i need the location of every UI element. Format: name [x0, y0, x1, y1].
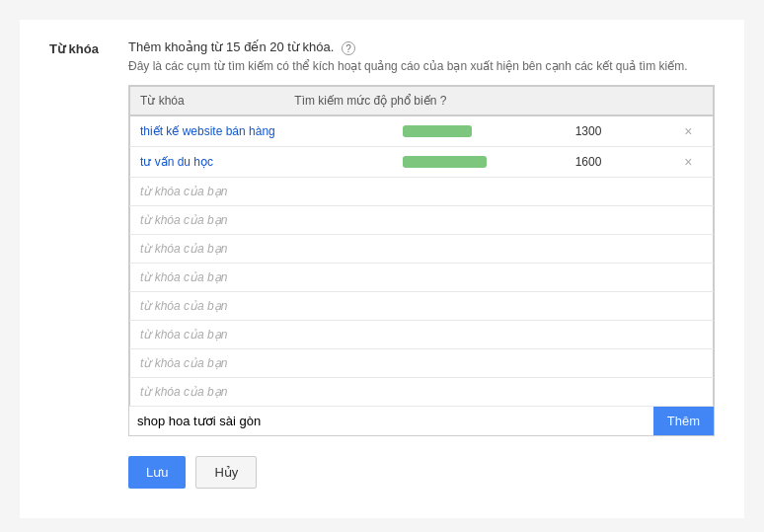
them-button[interactable]: Thêm	[653, 407, 714, 435]
delete-cell[interactable]: ×	[664, 146, 714, 177]
table-row: từ khóa của bạn	[130, 177, 714, 205]
save-button[interactable]: Lưu	[128, 456, 186, 489]
count-cell: 1600	[566, 146, 664, 177]
table-row: tư vấn du học1600×	[130, 146, 714, 177]
cancel-button[interactable]: Hủy	[195, 456, 257, 489]
table-row: từ khóa của bạn	[130, 263, 714, 291]
delete-icon[interactable]: ×	[684, 154, 692, 170]
keyword-scroll-area[interactable]: thiết kế website bán hàng1300×tư vấn du …	[129, 115, 714, 407]
count-cell	[566, 291, 664, 320]
delete-cell	[664, 291, 714, 320]
table-row: thiết kế website bán hàng1300×	[130, 115, 714, 146]
table-row: từ khóa của bạn	[130, 377, 714, 406]
col-header-keyword: Từ khóa	[130, 86, 285, 114]
delete-cell	[664, 177, 714, 205]
keyword-cell[interactable]: từ khóa của bạn	[130, 177, 393, 205]
keyword-cell[interactable]: từ khóa của bạn	[130, 377, 393, 406]
table-row: từ khóa của bạn	[130, 205, 714, 234]
bar-cell	[393, 234, 566, 263]
delete-cell	[664, 234, 714, 263]
keyword-cell[interactable]: từ khóa của bạn	[130, 205, 393, 234]
bar-cell	[393, 348, 566, 377]
keyword-table: Từ khóa Tìm kiếm mức độ phổ biến ?	[129, 86, 714, 115]
keyword-input[interactable]	[129, 407, 653, 435]
hint-main-icon[interactable]: ?	[342, 41, 355, 55]
action-row: Lưu Hủy	[128, 456, 715, 489]
keyword-table-wrapper: Từ khóa Tìm kiếm mức độ phổ biến ? thiết…	[128, 85, 715, 407]
count-cell	[566, 263, 664, 291]
add-keyword-row: Thêm	[128, 407, 715, 436]
count-cell	[566, 177, 664, 205]
col-header-search: Tìm kiếm mức độ phổ biến ?	[284, 86, 664, 114]
popularity-bar	[403, 156, 487, 168]
hint-main: Thêm khoảng từ 15 đến 20 từ khóa. ?	[128, 39, 715, 55]
delete-cell	[664, 348, 714, 377]
bar-cell	[393, 146, 566, 177]
delete-cell	[664, 263, 714, 291]
keyword-cell: tư vấn du học	[130, 146, 393, 177]
bar-cell	[393, 263, 566, 291]
keyword-cell[interactable]: từ khóa của bạn	[130, 291, 393, 320]
keyword-list-table: thiết kế website bán hàng1300×tư vấn du …	[129, 115, 714, 407]
table-row: từ khóa của bạn	[130, 291, 714, 320]
keyword-cell: thiết kế website bán hàng	[130, 115, 393, 146]
keyword-cell[interactable]: từ khóa của bạn	[130, 348, 393, 377]
keyword-cell[interactable]: từ khóa của bạn	[130, 234, 393, 263]
field-label: Từ khóa	[49, 39, 128, 56]
count-cell	[566, 348, 664, 377]
bar-cell	[393, 320, 566, 348]
count-cell	[566, 234, 664, 263]
count-cell	[566, 320, 664, 348]
hint-sub: Đây là các cụm từ tìm kiếm có thể kích h…	[128, 57, 715, 75]
count-cell	[566, 377, 664, 406]
bar-cell	[393, 115, 566, 146]
keyword-cell[interactable]: từ khóa của bạn	[130, 320, 393, 348]
col-header-del	[664, 86, 713, 114]
delete-icon[interactable]: ×	[684, 123, 692, 139]
table-row: từ khóa của bạn	[130, 234, 714, 263]
popularity-bar	[403, 125, 472, 137]
count-cell	[566, 205, 664, 234]
bar-cell	[393, 291, 566, 320]
keyword-cell[interactable]: từ khóa của bạn	[130, 263, 393, 291]
bar-cell	[393, 205, 566, 234]
delete-cell	[664, 205, 714, 234]
table-row: từ khóa của bạn	[130, 348, 714, 377]
bar-cell	[393, 377, 566, 406]
col-search-help-icon[interactable]: ?	[440, 94, 447, 108]
bar-cell	[393, 177, 566, 205]
delete-cell	[664, 377, 714, 406]
table-row: từ khóa của bạn	[130, 320, 714, 348]
delete-cell	[664, 320, 714, 348]
delete-cell[interactable]: ×	[664, 115, 714, 146]
count-cell: 1300	[566, 115, 664, 146]
